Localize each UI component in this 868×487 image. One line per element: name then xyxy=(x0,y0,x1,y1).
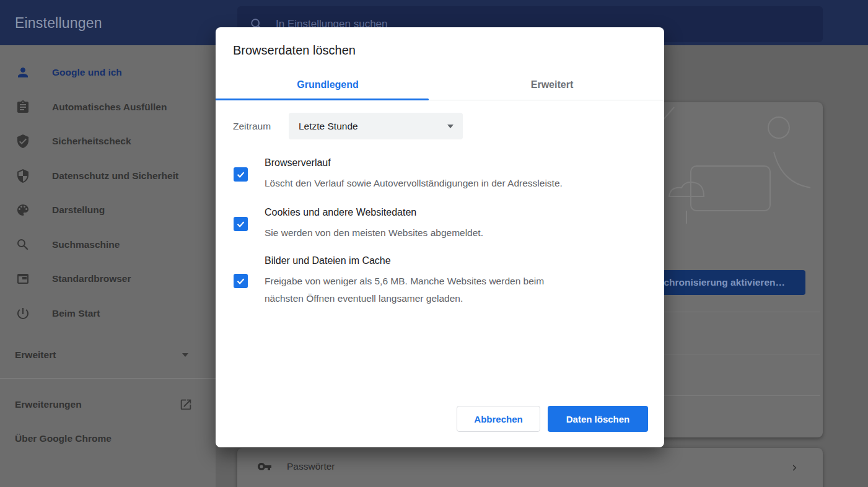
active-tab-underline xyxy=(216,99,429,100)
option-browsing-history: Browserverlauf Löscht den Verlauf sowie … xyxy=(234,156,642,192)
chevron-down-icon xyxy=(182,353,188,357)
time-range-dropdown[interactable]: Letzte Stunde xyxy=(289,113,463,139)
clear-browsing-data-dialog: Browserdaten löschen Grundlegend Erweite… xyxy=(216,27,664,447)
option-cookies: Cookies und andere Websitedaten Sie werd… xyxy=(234,206,642,242)
cookies-checkbox[interactable] xyxy=(234,217,248,231)
cached-files-checkbox[interactable] xyxy=(234,274,248,288)
sidebar-item-safety-check[interactable]: Sicherheitscheck xyxy=(0,129,216,154)
power-icon xyxy=(15,306,30,321)
autofill-card: Passwörter xyxy=(237,448,823,487)
tab-basic[interactable]: Grundlegend xyxy=(216,69,440,100)
dialog-tabs: Grundlegend Erweitert xyxy=(216,69,664,100)
sidebar-item-on-startup[interactable]: Beim Start xyxy=(0,301,216,326)
dialog-actions: Abbrechen Daten löschen xyxy=(457,406,648,432)
browsing-history-checkbox[interactable] xyxy=(234,167,248,182)
sidebar-item-extensions[interactable]: Erweiterungen xyxy=(0,392,216,417)
sidebar-item-privacy-security[interactable]: Datenschutz und Sicherheit xyxy=(0,164,216,188)
browser-icon xyxy=(15,271,30,286)
option-description: Freigabe von weniger als 5,6 MB. Manche … xyxy=(265,273,579,307)
passwords-row[interactable]: Passwörter xyxy=(237,448,823,485)
option-description: Sie werden von den meisten Websites abge… xyxy=(265,224,483,242)
person-icon xyxy=(15,65,30,80)
clear-data-button[interactable]: Daten löschen xyxy=(548,406,648,432)
sidebar-divider xyxy=(0,378,216,379)
dialog-title: Browserdaten löschen xyxy=(233,43,356,58)
option-description: Löscht den Verlauf sowie Autovervollstän… xyxy=(265,175,563,192)
shield-icon xyxy=(15,169,30,183)
sidebar-item-advanced[interactable]: Erweitert xyxy=(0,343,216,367)
search-icon xyxy=(15,237,30,252)
time-range-value: Letzte Stunde xyxy=(299,121,358,132)
sidebar-item-search-engine[interactable]: Suchmaschine xyxy=(0,232,216,257)
sidebar-item-appearance[interactable]: Darstellung xyxy=(0,198,216,222)
cancel-button[interactable]: Abbrechen xyxy=(457,406,540,432)
chevron-down-icon xyxy=(447,125,454,128)
clipboard-icon xyxy=(15,100,30,115)
palette-icon xyxy=(15,203,30,217)
option-cached-files: Bilder und Dateien im Cache Freigabe von… xyxy=(234,254,642,307)
sidebar-item-default-browser[interactable]: Standardbrowser xyxy=(0,266,216,291)
time-range-row: Zeitraum Letzte Stunde xyxy=(233,113,271,139)
sidebar-item-about-chrome[interactable]: Über Google Chrome xyxy=(0,426,216,451)
page-title: Einstellungen xyxy=(15,15,102,32)
passwords-label: Passwörter xyxy=(287,461,335,472)
time-range-label: Zeitraum xyxy=(233,121,271,132)
external-link-icon xyxy=(179,398,193,411)
shield-check-icon xyxy=(15,134,30,149)
option-title: Bilder und Dateien im Cache xyxy=(265,254,579,268)
key-icon xyxy=(257,459,272,474)
tab-advanced[interactable]: Erweitert xyxy=(440,69,664,100)
sidebar-item-autofill[interactable]: Automatisches Ausfüllen xyxy=(0,95,216,120)
sidebar-item-google-und-ich[interactable]: Google und ich xyxy=(0,60,216,85)
settings-sidebar: Google und ich Automatisches Ausfüllen S… xyxy=(0,45,216,487)
option-title: Cookies und andere Websitedaten xyxy=(265,206,483,219)
chevron-right-icon xyxy=(789,463,797,470)
option-title: Browserverlauf xyxy=(265,156,563,170)
